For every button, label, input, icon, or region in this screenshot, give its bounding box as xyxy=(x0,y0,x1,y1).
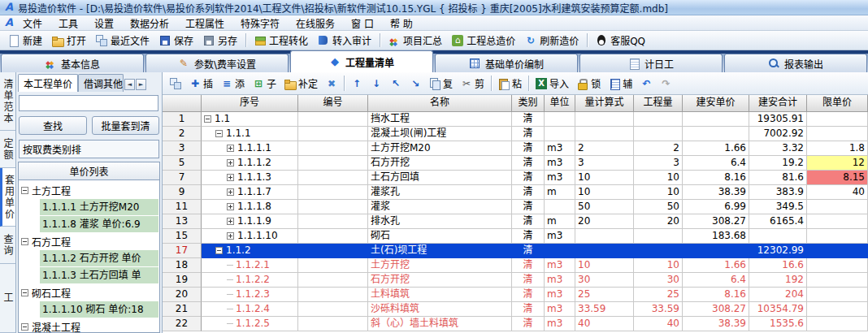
menu-item[interactable]: 工程属性 xyxy=(177,15,232,31)
cell-code[interactable] xyxy=(298,156,368,171)
tab-3[interactable]: ◆工程量清单 xyxy=(290,50,433,72)
cell-seq[interactable]: 1.1.1.2 xyxy=(202,156,298,171)
table-row[interactable]: 151.1.1.10砌石清m3183.68 xyxy=(163,229,868,244)
expand-icon[interactable] xyxy=(227,145,234,152)
cell-name[interactable]: 石方开挖 xyxy=(368,156,512,171)
menu-item[interactable]: 帮 助 xyxy=(382,15,421,31)
cell-qty[interactable]: 3 xyxy=(634,156,683,171)
add-button[interactable]: ≡添 xyxy=(217,74,249,93)
cell-cls[interactable]: 清 xyxy=(512,127,545,141)
cell-qty[interactable]: 10 xyxy=(634,171,683,185)
table-row[interactable]: 191.1.2.2石方开挖清m330306.4192 xyxy=(163,273,868,288)
expand-icon[interactable] xyxy=(227,218,234,225)
cell-limit[interactable] xyxy=(807,273,868,288)
cell-num[interactable]: 5 xyxy=(163,156,202,171)
cell-name[interactable]: 斜（心）墙土料填筑 xyxy=(368,317,512,331)
save-button[interactable]: 保存 xyxy=(154,32,198,49)
cell-price[interactable]: 6.4 xyxy=(683,273,749,288)
cell-formula[interactable]: 33.59 xyxy=(575,302,634,317)
menu-item[interactable]: 工具 xyxy=(50,15,86,31)
cell-name[interactable]: 土料填筑 xyxy=(368,288,512,302)
cell-seq[interactable]: 1.1.2.3 xyxy=(202,288,298,302)
cell-formula[interactable]: 10 xyxy=(575,171,634,185)
cell-seq[interactable]: 1.1 xyxy=(202,112,298,127)
scroll-left-icon[interactable]: ◄ xyxy=(124,79,135,90)
expand-icon[interactable] xyxy=(227,232,234,240)
cell-name[interactable]: 灌浆孔 xyxy=(368,185,512,200)
cell-price[interactable] xyxy=(683,112,749,127)
price-list-item[interactable]: 1.1.1.8 灌浆 单价:6.9 xyxy=(40,216,158,232)
cell-limit[interactable]: 8.15 xyxy=(807,171,868,185)
cell-code[interactable] xyxy=(298,214,368,229)
cell-limit[interactable] xyxy=(807,214,868,229)
cell-limit[interactable] xyxy=(807,127,868,141)
collapse-icon[interactable] xyxy=(21,238,28,245)
cell-name[interactable]: 灌浆 xyxy=(368,200,512,214)
collapse-icon[interactable] xyxy=(215,130,223,137)
cell-cls[interactable]: 清 xyxy=(512,317,545,331)
table-row[interactable]: 201.1.2.3土料填筑清m325258.16204 xyxy=(163,288,868,302)
cell-name[interactable]: 土方开挖M20 xyxy=(368,141,512,156)
lock-button[interactable]: 锁 xyxy=(573,74,605,93)
cell-limit[interactable]: 40 xyxy=(807,185,868,200)
table-row[interactable]: 131.1.1.9排水孔清m2020308.276165.4 xyxy=(163,214,868,229)
cell-limit[interactable] xyxy=(807,317,868,331)
table-row[interactable]: 21.1.1混凝土坝(闸)工程清7002.92 xyxy=(163,127,868,141)
price-list-group[interactable]: 石方工程 xyxy=(19,233,159,250)
cell-total[interactable]: 383.9 xyxy=(749,185,807,200)
cell-unit[interactable]: m3 xyxy=(545,141,575,156)
supplement-button[interactable]: 补定 xyxy=(280,74,322,93)
cell-total[interactable]: 7002.92 xyxy=(749,127,807,141)
sidebar-tab-1[interactable]: 本工程单价 xyxy=(18,74,78,92)
cell-code[interactable] xyxy=(298,112,368,127)
menu-item[interactable]: 设置 xyxy=(86,15,122,31)
cell-formula[interactable] xyxy=(575,127,634,141)
redo-button[interactable]: ↷ xyxy=(656,76,675,92)
cell-num[interactable]: 13 xyxy=(163,214,202,229)
cell-num[interactable]: 18 xyxy=(163,258,202,273)
delete-x-button[interactable]: ✖ xyxy=(322,76,341,92)
cell-qty[interactable]: 50 xyxy=(634,200,683,214)
cell-total[interactable]: 192 xyxy=(749,273,807,288)
arrow-downright-button[interactable]: ↘ xyxy=(406,76,425,92)
tab-2[interactable]: ✎参数\费率设置 xyxy=(145,54,289,72)
cell-num[interactable]: 3 xyxy=(163,141,202,156)
cell-qty[interactable] xyxy=(634,229,683,244)
cell-num[interactable]: 1 xyxy=(163,112,202,127)
cell-formula[interactable]: 10 xyxy=(575,185,634,200)
cell-limit[interactable] xyxy=(807,258,868,273)
cell-name[interactable]: 挡水工程 xyxy=(368,112,512,127)
cell-total[interactable]: 16.6 xyxy=(749,258,807,273)
price-list-item[interactable]: 1.1.1.2 石方开挖 单价 xyxy=(40,250,158,266)
price-list-item[interactable]: 1.1.1.10 砌石 单价:18 xyxy=(40,301,158,318)
cell-name[interactable]: 土方开挖 xyxy=(368,258,512,273)
cell-cls[interactable]: 清 xyxy=(512,244,545,258)
cell-unit[interactable] xyxy=(545,200,575,214)
cell-formula[interactable]: 20 xyxy=(575,214,634,229)
price-list-item[interactable]: 1.1.1.3 土石方回填 单 xyxy=(40,267,158,283)
cell-unit[interactable]: m xyxy=(545,214,575,229)
import-button[interactable]: X导入 xyxy=(532,74,573,93)
cell-total[interactable]: 12302.99 xyxy=(749,244,807,258)
cell-qty[interactable]: 2 xyxy=(634,141,683,156)
cell-num[interactable]: 22 xyxy=(163,317,202,331)
tab-5[interactable]: 计日工 xyxy=(579,54,723,72)
expand-icon[interactable] xyxy=(227,174,234,181)
cell-seq[interactable]: 1.1.1.1 xyxy=(202,141,298,156)
table-row[interactable]: 171.1.2土(石)坝工程清12302.99 xyxy=(163,244,868,258)
vertical-tab-1[interactable]: 清单范本 xyxy=(0,72,15,131)
price-list-group[interactable]: 土方工程 xyxy=(19,182,159,199)
price-list-group[interactable]: 混凝土工程 xyxy=(19,318,159,333)
cell-price[interactable]: 1.66 xyxy=(683,141,749,156)
cell-seq[interactable]: 1.1.1.7 xyxy=(202,185,298,200)
cell-name[interactable]: 砌石 xyxy=(368,229,512,244)
menu-item[interactable]: 在线服务 xyxy=(288,15,343,31)
scroll-right-icon[interactable]: ► xyxy=(136,79,146,90)
cell-total[interactable]: 349.5 xyxy=(749,200,807,214)
cell-qty[interactable]: 40 xyxy=(634,317,683,331)
cell-total[interactable]: 81.6 xyxy=(749,171,807,185)
collapse-icon[interactable] xyxy=(204,115,211,123)
cell-formula[interactable] xyxy=(575,229,634,244)
arrow-up-button[interactable]: ↑ xyxy=(347,76,367,92)
cell-qty[interactable] xyxy=(634,127,683,141)
